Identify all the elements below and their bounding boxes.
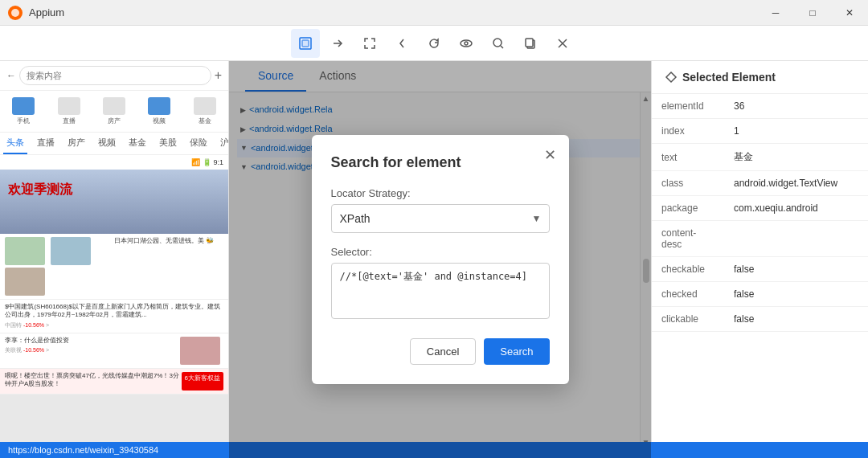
app-logo [8,6,23,20]
toolbar-select-btn[interactable] [291,29,320,58]
news-sub-2: 中国特 -10.56% > [5,321,223,329]
app-title: Appium [29,6,64,18]
prop-row-checked: checked false [652,282,868,307]
prop-val-elementId: 36 [724,94,868,119]
dialog-close-btn[interactable]: ✕ [544,148,556,162]
search-button[interactable]: Search [484,338,549,365]
news-image-1 [5,237,45,265]
selector-label: Selector: [331,246,550,258]
news-item-3[interactable]: 李享：什么是价值投资 美联视 -10.56% > [0,333,228,369]
nav-fund-label: 基金 [199,117,211,125]
tab-headlines[interactable]: 头条 [3,133,27,154]
nav-live-label: 直播 [63,117,76,125]
prop-val-package: com.xueqiu.android [724,196,868,221]
toolbar-close-btn[interactable] [548,29,577,58]
news-item-1[interactable]: 日本河口湖公园、无需进钱。美 🐝 [0,234,228,300]
left-back-btn[interactable]: ← [6,70,16,81]
toolbar-eye-btn[interactable] [452,29,481,58]
news-title-3: 李享：什么是价值投资 [5,337,180,345]
nav-live-icon [58,97,80,115]
tab-fund[interactable]: 基金 [125,133,149,154]
news-image-2 [51,237,91,265]
prop-key-elementId: elementId [652,94,724,119]
close-button[interactable]: ✕ [831,0,868,26]
prop-key-clickable: clickable [652,307,724,332]
tab-video[interactable]: 视频 [95,133,119,154]
news-image-4 [180,337,220,365]
news-content-4: 喂呢！楼空出世！票房突破47亿，光线传媒盘中潮超7%！3分钟开户A股当股发！ [5,372,182,391]
news-image-3 [5,268,45,296]
dialog-title: Search for element [331,154,550,171]
news-content-2: $中国建筑(SH601668)$以下是百度上新家门人席乃相简历，建筑专业。建筑公… [5,303,223,329]
nav-property-icon [103,97,125,115]
locator-label: Locator Strategy: [331,187,550,199]
prop-row-class: class android.widget.TextView [652,171,868,196]
tab-hushen[interactable]: 沪深 [217,133,228,154]
prop-val-checked: false [724,282,868,307]
svg-rect-2 [302,40,309,47]
tab-live[interactable]: 直播 [34,133,58,154]
left-search-input[interactable] [19,66,211,85]
nav-item-property[interactable]: 房产 [92,94,136,129]
toolbar-copy-btn[interactable] [516,29,545,58]
nav-video-icon [148,97,170,115]
selected-element-label: Selected Element [682,71,776,84]
prop-row-elementId: elementId 36 [652,94,868,119]
toolbar-refresh-btn[interactable] [420,29,448,58]
news-title-4: 喂呢！楼空出世！票房突破47亿，光线传媒盘中潮超7%！3分钟开户A股当股发！ [5,372,182,389]
phone-content-area: 📶 🔋 9:1 欢迎季测流 日本河口湖公园、无需进钱。美 🐝 [0,155,228,448]
element-properties-table: elementId 36 index 1 text 基金 class andro… [652,94,868,332]
nav-item-fund[interactable]: 基金 [183,94,227,129]
nav-item-phone[interactable]: 手机 [2,94,45,129]
cancel-button[interactable]: Cancel [410,338,476,365]
nav-video-label: 视频 [153,117,166,125]
nav-fund-icon [194,97,216,115]
news-badge: 6大新客权益 [182,372,223,391]
svg-point-4 [461,40,472,47]
toolbar-back-btn[interactable] [387,29,416,58]
dialog-actions: Cancel Search [331,338,550,365]
left-panel: ← + 手机 直播 房产 视频 基金 [0,61,229,458]
prop-row-package: package com.xueqiu.android [652,196,868,221]
left-tabs: 头条 直播 房产 视频 基金 美股 保险 沪深 [0,133,228,155]
left-nav: 手机 直播 房产 视频 基金 [0,91,228,133]
prop-key-text: text [652,144,724,171]
prop-key-checked: checked [652,282,724,307]
phone-status-bar: 📶 🔋 9:1 [0,155,228,170]
svg-rect-9 [526,39,533,47]
toolbar-arrow-btn[interactable] [323,29,352,58]
selected-element-title: Selected Element [652,61,868,94]
prop-key-index: index [652,119,724,144]
window-controls: ─ □ ✕ [757,0,868,26]
tab-insurance[interactable]: 保险 [186,133,211,154]
nav-property-label: 房产 [108,117,121,125]
toolbar-expand-btn[interactable] [355,29,384,58]
status-url: https://blog.csdn.net/weixin_39430584 [8,445,158,455]
news-item-4[interactable]: 喂呢！楼空出世！票房突破47亿，光线传媒盘中潮超7%！3分钟开户A股当股发！ 6… [0,369,228,395]
news-sub-3: 美联视 -10.56% > [5,346,180,354]
restore-button[interactable]: □ [794,0,831,26]
locator-strategy-select[interactable]: XPath id accessibility id class name nam… [331,204,550,233]
prop-row-text: text 基金 [652,144,868,171]
prop-val-index: 1 [724,119,868,144]
tab-property[interactable]: 房产 [64,133,88,154]
news-title-1: 日本河口湖公园、无需进钱。美 🐝 [114,237,223,245]
phone-signal: 📶 🔋 9:1 [191,158,223,166]
news-content-3: 李享：什么是价值投资 美联视 -10.56% > [5,337,180,365]
prop-key-checkable: checkable [652,257,724,282]
left-add-btn[interactable]: + [215,68,222,83]
nav-item-video[interactable]: 视频 [137,94,181,129]
selector-input[interactable]: //*[@text='基金' and @instance=4] [331,263,550,319]
nav-phone-label: 手机 [17,117,30,125]
news-title-2: $中国建筑(SH601668)$以下是百度上新家门人席乃相简历，建筑专业。建筑公… [5,303,223,320]
main-layout: ← + 手机 直播 房产 视频 基金 [0,61,868,458]
phone-banner: 欢迎季测流 [0,170,228,234]
left-panel-header: ← + [0,61,228,91]
minimize-button[interactable]: ─ [757,0,794,26]
news-item-2[interactable]: $中国建筑(SH601668)$以下是百度上新家门人席乃相简历，建筑专业。建筑公… [0,300,228,333]
nav-item-live[interactable]: 直播 [47,94,90,129]
prop-row-checkable: checkable false [652,257,868,282]
prop-val-clickable: false [724,307,868,332]
toolbar-search-btn[interactable] [484,29,513,58]
tab-us-stock[interactable]: 美股 [156,133,180,154]
